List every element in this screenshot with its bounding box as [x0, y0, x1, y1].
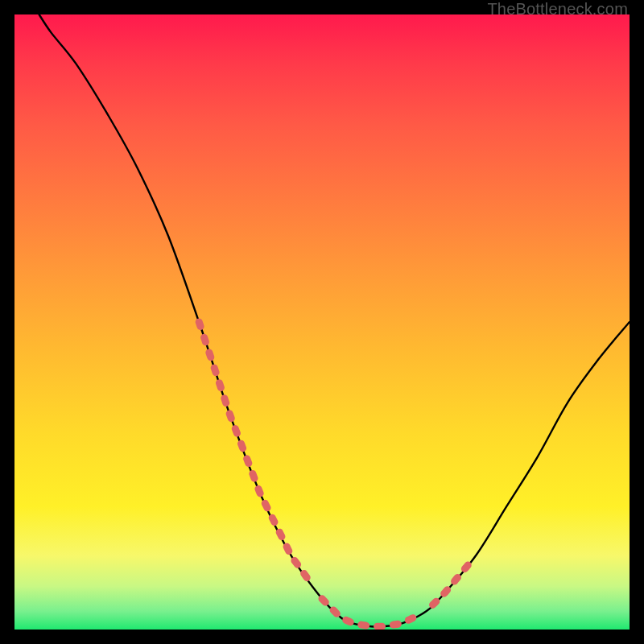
chart-frame: TheBottleneck.com [0, 0, 644, 644]
curve-main [39, 14, 630, 627]
highlight-valley [322, 599, 420, 626]
highlight-right [433, 564, 470, 605]
bottleneck-curve [14, 14, 630, 630]
highlight-left [199, 322, 310, 581]
plot-area [14, 14, 630, 630]
